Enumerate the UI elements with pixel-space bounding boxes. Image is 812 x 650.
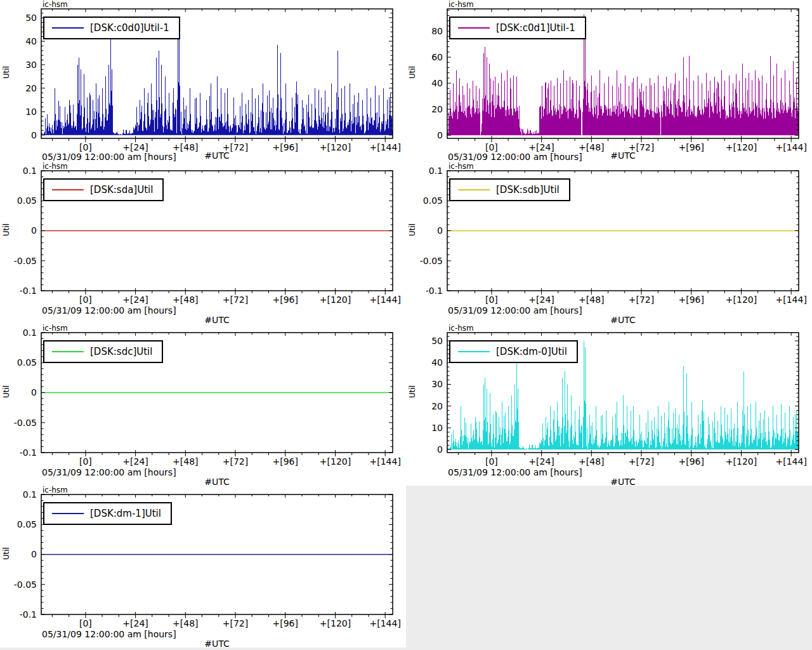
svg-text:-0.05: -0.05 <box>14 418 37 428</box>
svg-text:-0.05: -0.05 <box>14 256 37 266</box>
y-axis-label: Util <box>2 541 11 566</box>
chart-title: ic-hsm <box>449 324 474 333</box>
legend-line-sample <box>52 27 84 29</box>
chart-panel-dsk-c0d0: [0]+[24]+[48]+[72]+[96]+[120]+[144]01020… <box>0 0 406 162</box>
x-axis-unit-label: #UTC <box>447 150 799 161</box>
legend-line-sample <box>458 27 490 29</box>
x-axis-start-label: 05/31/09 12:00:00 am [hours] <box>42 467 176 477</box>
svg-text:50: 50 <box>431 336 443 346</box>
svg-text:+[120]: +[120] <box>726 295 757 305</box>
svg-text:[0]: [0] <box>485 456 498 467</box>
svg-text:+[120]: +[120] <box>726 456 757 467</box>
chart-title: ic-hsm <box>449 1 474 9</box>
svg-text:40: 40 <box>431 357 443 368</box>
svg-text:+[144]: +[144] <box>776 456 807 467</box>
svg-text:10: 10 <box>25 107 37 117</box>
svg-text:0.05: 0.05 <box>17 519 37 529</box>
svg-text:+[48]: +[48] <box>173 295 198 305</box>
x-axis-unit-label: #UTC <box>41 150 393 161</box>
x-axis-unit-label: #UTC <box>41 639 393 647</box>
chart-grid: [0]+[24]+[48]+[72]+[96]+[120]+[144]01020… <box>0 0 812 647</box>
legend-line-sample <box>52 513 84 514</box>
legend-line-sample <box>458 351 490 352</box>
svg-text:+[72]: +[72] <box>223 295 248 305</box>
svg-text:-0.1: -0.1 <box>20 448 37 458</box>
legend: [DSK:dm-1]Util <box>43 502 172 525</box>
svg-text:[0]: [0] <box>485 295 498 305</box>
svg-text:-0.1: -0.1 <box>20 609 37 620</box>
svg-text:+[72]: +[72] <box>223 618 248 628</box>
legend-label: [DSK:dm-0]Util <box>496 346 567 357</box>
svg-text:+[24]: +[24] <box>528 456 554 467</box>
chart-panel-dsk-sdc: [0]+[24]+[48]+[72]+[96]+[120]+[144]-0.1-… <box>0 324 406 486</box>
svg-text:0.1: 0.1 <box>429 166 443 176</box>
svg-text:-0.05: -0.05 <box>420 256 443 266</box>
chart-title: ic-hsm <box>43 486 68 494</box>
legend-label: [DSK:sdb]Util <box>496 184 560 196</box>
svg-text:20: 20 <box>431 401 443 411</box>
svg-text:+[96]: +[96] <box>272 295 298 305</box>
svg-text:20: 20 <box>431 104 443 114</box>
svg-text:+[48]: +[48] <box>579 295 604 305</box>
svg-text:[0]: [0] <box>79 618 92 628</box>
y-axis-label: Util <box>408 60 417 85</box>
svg-text:+[96]: +[96] <box>678 456 704 467</box>
svg-text:+[72]: +[72] <box>223 456 248 467</box>
svg-text:0: 0 <box>31 130 37 140</box>
legend: [DSK:sdc]Util <box>43 340 163 363</box>
chart-panel-dsk-sdb: [0]+[24]+[48]+[72]+[96]+[120]+[144]-0.1-… <box>406 162 812 324</box>
chart-title: ic-hsm <box>449 162 474 171</box>
legend: [DSK:c0d0]Util-1 <box>43 17 180 39</box>
svg-text:0: 0 <box>31 549 37 559</box>
svg-text:+[120]: +[120] <box>320 295 351 305</box>
legend-label: [DSK:c0d0]Util-1 <box>90 22 169 34</box>
svg-text:+[120]: +[120] <box>320 456 351 467</box>
svg-text:-0.1: -0.1 <box>20 286 37 296</box>
svg-text:+[96]: +[96] <box>272 618 298 628</box>
svg-text:50: 50 <box>25 13 37 23</box>
chart-panel-dsk-c0d1: [0]+[24]+[48]+[72]+[96]+[120]+[144]02040… <box>406 0 812 162</box>
svg-text:+[72]: +[72] <box>629 295 654 305</box>
svg-text:[0]: [0] <box>79 295 92 305</box>
svg-text:+[144]: +[144] <box>370 295 401 305</box>
chart-panel-dsk-dm-0: [0]+[24]+[48]+[72]+[96]+[120]+[144]01020… <box>406 324 812 486</box>
svg-text:[0]: [0] <box>79 456 92 467</box>
svg-text:+[96]: +[96] <box>272 456 298 467</box>
svg-text:+[24]: +[24] <box>122 295 148 305</box>
svg-text:+[24]: +[24] <box>528 295 554 305</box>
svg-text:+[120]: +[120] <box>320 618 351 628</box>
empty-cell <box>406 486 812 647</box>
svg-text:0: 0 <box>437 225 443 235</box>
svg-text:+[48]: +[48] <box>173 618 198 628</box>
svg-text:30: 30 <box>25 60 37 70</box>
svg-text:10: 10 <box>431 423 443 433</box>
legend: [DSK:sdb]Util <box>449 178 570 201</box>
svg-text:+[144]: +[144] <box>370 618 401 628</box>
svg-text:0.05: 0.05 <box>17 357 37 368</box>
x-axis-start-label: 05/31/09 12:00:00 am [hours] <box>42 305 176 315</box>
svg-text:20: 20 <box>25 83 37 93</box>
legend-line-sample <box>52 189 84 190</box>
x-axis-unit-label: #UTC <box>447 477 799 486</box>
svg-text:-0.1: -0.1 <box>426 286 443 296</box>
svg-text:+[24]: +[24] <box>122 618 148 628</box>
legend: [DSK:dm-0]Util <box>449 340 578 363</box>
svg-text:0.05: 0.05 <box>17 196 37 206</box>
x-axis-unit-label: #UTC <box>41 477 393 486</box>
svg-text:30: 30 <box>431 379 443 389</box>
svg-text:0: 0 <box>437 444 443 454</box>
svg-text:0: 0 <box>31 225 37 235</box>
legend-line-sample <box>52 351 84 352</box>
y-axis-label: Util <box>2 60 11 85</box>
y-axis-label: Util <box>2 379 11 404</box>
svg-text:0.1: 0.1 <box>23 489 37 500</box>
svg-text:0: 0 <box>31 387 37 397</box>
chart-title: ic-hsm <box>43 324 68 333</box>
svg-text:0.1: 0.1 <box>23 166 37 176</box>
chart-title: ic-hsm <box>43 1 68 9</box>
y-axis-label: Util <box>408 217 417 242</box>
svg-text:+[48]: +[48] <box>173 456 198 467</box>
svg-text:+[48]: +[48] <box>579 456 604 467</box>
x-axis-start-label: 05/31/09 12:00:00 am [hours] <box>42 629 176 639</box>
svg-text:60: 60 <box>431 52 443 62</box>
